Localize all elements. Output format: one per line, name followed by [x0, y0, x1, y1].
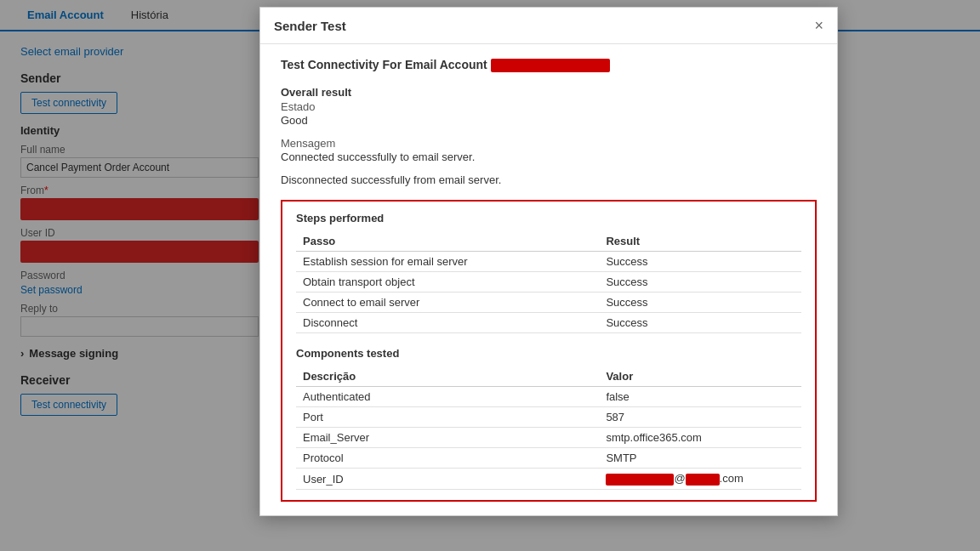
comp-descricao: Email_Server [296, 428, 599, 448]
comp-descricao: Protocol [296, 448, 599, 469]
steps-performed-title: Steps performed [296, 212, 801, 224]
table-row: ProtocolSMTP [296, 448, 801, 469]
table-row: DisconnectSuccess [296, 313, 801, 333]
modal-close-button[interactable]: × [814, 18, 823, 33]
step-result: Success [599, 252, 801, 272]
comp-col-descricao: Descrição [296, 366, 599, 387]
steps-box: Steps performed Passo Result Establish s… [281, 200, 817, 502]
user-id-at: @ [674, 472, 685, 485]
comp-valor-userid: @.com [599, 469, 801, 490]
user-id-domain-redacted [686, 474, 720, 486]
comp-valor: smtp.office365.com [599, 428, 801, 448]
comp-valor: SMTP [599, 448, 801, 469]
steps-col-result: Result [599, 231, 801, 252]
message-value-2: Disconnected successfully from email ser… [281, 173, 817, 186]
table-row: User_ID@.com [296, 469, 801, 490]
comp-col-valor: Valor [599, 366, 801, 387]
step-passo: Connect to email server [296, 293, 599, 313]
sender-test-modal: Sender Test × Test Connectivity For Emai… [259, 7, 838, 516]
steps-table: Passo Result Establish session for email… [296, 231, 801, 333]
email-account-redacted [491, 59, 610, 72]
comp-valor: 587 [599, 407, 801, 428]
overall-result-section: Overall result Estado Good [281, 86, 817, 127]
comp-descricao: User_ID [296, 469, 599, 490]
table-row: Establish session for email serverSucces… [296, 252, 801, 272]
components-tested-title: Components tested [296, 347, 801, 360]
table-row: Email_Serversmtp.office365.com [296, 428, 801, 448]
user-id-redacted-part [606, 474, 674, 486]
steps-col-passo: Passo [296, 231, 599, 252]
step-result: Success [599, 293, 801, 313]
overall-result-label: Overall result [281, 86, 817, 99]
mensagem-label: Mensagem [281, 137, 817, 150]
step-result: Success [599, 272, 801, 293]
table-row: Obtain transport objectSuccess [296, 272, 801, 293]
table-row: Port587 [296, 407, 801, 428]
modal-body: Test Connectivity For Email Account Over… [260, 44, 837, 515]
modal-header: Sender Test × [260, 8, 837, 44]
modal-title: Sender Test [274, 19, 346, 33]
step-passo: Disconnect [296, 313, 599, 333]
comp-valor: false [599, 387, 801, 407]
message-value-1: Connected successfully to email server. [281, 151, 817, 163]
comp-descricao: Authenticated [296, 387, 599, 407]
step-passo: Obtain transport object [296, 272, 599, 293]
step-result: Success [599, 313, 801, 333]
table-row: Authenticatedfalse [296, 387, 801, 407]
test-connectivity-title: Test Connectivity For Email Account [281, 58, 817, 72]
comp-descricao: Port [296, 407, 599, 428]
user-id-dotcom: .com [720, 472, 744, 485]
message-section: Mensagem Connected successfully to email… [281, 137, 817, 163]
table-row: Connect to email serverSuccess [296, 293, 801, 313]
components-table: Descrição Valor AuthenticatedfalsePort58… [296, 366, 801, 490]
estado-label: Estado [281, 100, 817, 113]
step-passo: Establish session for email server [296, 252, 599, 272]
estado-value: Good [281, 114, 817, 127]
